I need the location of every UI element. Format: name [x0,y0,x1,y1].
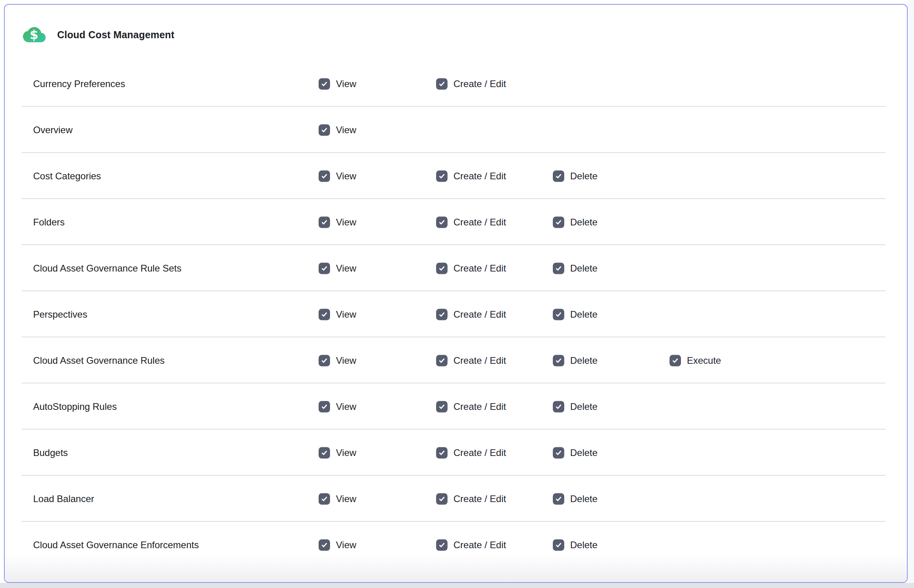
svg-text:$: $ [30,28,38,42]
delete-permission: Delete [553,262,597,274]
view-permission: View [319,539,356,551]
module-title: Cloud Cost Management [57,29,174,41]
create-edit-permission: Create / Edit [436,78,506,89]
check-icon [321,80,328,87]
create-edit-permission: Create / Edit [436,262,506,274]
view-checkbox[interactable] [319,539,330,551]
permission-label: Create / Edit [453,309,506,320]
view-checkbox[interactable] [319,355,330,366]
page-background-bottom [0,583,914,588]
check-icon [438,449,446,456]
view-checkbox[interactable] [319,309,330,320]
view-checkbox[interactable] [319,216,330,228]
delete-checkbox[interactable] [553,309,564,320]
permission-label: Delete [570,355,597,366]
create-edit-checkbox[interactable] [436,539,448,551]
check-icon [438,495,446,502]
permission-label: Create / Edit [453,401,506,412]
create-edit-checkbox[interactable] [436,262,448,274]
delete-permission: Delete [553,309,597,320]
create-edit-permission: Create / Edit [436,170,506,182]
permission-row: FoldersViewCreate / EditDelete [5,199,907,245]
cloud-dollar-icon: $ [23,25,46,44]
permission-label: Delete [570,540,597,551]
delete-checkbox[interactable] [553,447,564,458]
check-icon [438,311,446,318]
resource-label-perspectives: Perspectives [33,309,87,320]
view-checkbox[interactable] [319,170,330,182]
view-permission: View [319,493,356,504]
view-checkbox[interactable] [319,262,330,274]
delete-checkbox[interactable] [553,493,564,504]
permission-label: Create / Edit [453,540,506,551]
view-checkbox[interactable] [319,493,330,504]
check-icon [438,218,446,226]
check-icon [438,541,446,549]
permission-label: Create / Edit [453,217,506,228]
check-icon [555,264,562,272]
create-edit-permission: Create / Edit [436,216,506,228]
permission-label: View [336,78,356,89]
view-checkbox[interactable] [319,401,330,412]
permission-label: Delete [570,217,597,228]
create-edit-checkbox[interactable] [436,309,448,320]
permission-row: Cloud Asset Governance RulesViewCreate /… [5,337,907,383]
delete-checkbox[interactable] [553,170,564,182]
permission-label: Delete [570,171,597,182]
permission-label: View [336,493,356,504]
view-checkbox[interactable] [319,78,330,89]
permission-label: Delete [570,309,597,320]
permission-label: Create / Edit [453,355,506,366]
permission-row: Cloud Asset Governance Rule SetsViewCrea… [5,245,907,291]
resource-label-folders: Folders [33,217,65,228]
check-icon [438,403,446,410]
resource-label-autostopping-rules: AutoStopping Rules [33,401,117,412]
create-edit-checkbox[interactable] [436,493,448,504]
delete-checkbox[interactable] [553,401,564,412]
check-icon [321,541,328,549]
permission-label: View [336,447,356,458]
check-icon [555,449,562,456]
permission-row: AutoStopping RulesViewCreate / EditDelet… [5,383,907,430]
permission-row: Load BalancerViewCreate / EditDelete [5,476,907,522]
check-icon [438,80,446,87]
permission-row: OverviewView [5,107,907,153]
check-icon [321,126,328,134]
create-edit-checkbox[interactable] [436,447,448,458]
execute-checkbox[interactable] [670,355,681,366]
view-permission: View [319,401,356,412]
view-permission: View [319,447,356,458]
permission-label: View [336,540,356,551]
delete-checkbox[interactable] [553,539,564,551]
create-edit-permission: Create / Edit [436,447,506,458]
create-edit-checkbox[interactable] [436,170,448,182]
delete-permission: Delete [553,401,597,412]
permission-row: PerspectivesViewCreate / EditDelete [5,291,907,337]
view-permission: View [319,124,356,136]
create-edit-checkbox[interactable] [436,216,448,228]
check-icon [321,218,328,226]
resource-label-cloud-asset-governance-enforcements: Cloud Asset Governance Enforcements [33,540,199,551]
delete-checkbox[interactable] [553,355,564,366]
create-edit-permission: Create / Edit [436,539,506,551]
check-icon [555,357,562,364]
view-permission: View [319,78,356,89]
check-icon [321,264,328,272]
permission-label: Create / Edit [453,493,506,504]
create-edit-checkbox[interactable] [436,355,448,366]
view-checkbox[interactable] [319,124,330,136]
permission-label: Delete [570,447,597,458]
permission-row: BudgetsViewCreate / EditDelete [5,430,907,476]
permission-label: Create / Edit [453,171,506,182]
permission-label: View [336,217,356,228]
view-checkbox[interactable] [319,447,330,458]
delete-checkbox[interactable] [553,262,564,274]
delete-permission: Delete [553,216,597,228]
check-icon [438,264,446,272]
resource-label-load-balancer: Load Balancer [33,493,94,504]
create-edit-checkbox[interactable] [436,401,448,412]
create-edit-checkbox[interactable] [436,78,448,89]
check-icon [555,541,562,549]
check-icon [555,218,562,226]
delete-checkbox[interactable] [553,216,564,228]
